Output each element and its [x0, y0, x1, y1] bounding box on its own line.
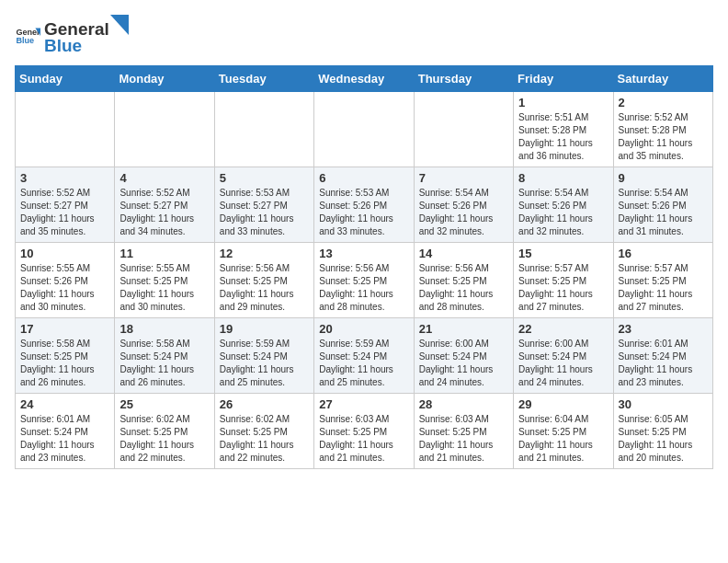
calendar-cell: 16Sunrise: 5:57 AM Sunset: 5:25 PM Dayli…	[613, 243, 712, 318]
day-info: Sunrise: 5:59 AM Sunset: 5:24 PM Dayligh…	[319, 338, 408, 389]
day-info: Sunrise: 6:02 AM Sunset: 5:25 PM Dayligh…	[220, 413, 309, 465]
day-number: 18	[119, 322, 209, 336]
day-info: Sunrise: 5:56 AM Sunset: 5:25 PM Dayligh…	[419, 262, 508, 314]
day-info: Sunrise: 6:05 AM Sunset: 5:25 PM Dayligh…	[619, 413, 708, 465]
day-info: Sunrise: 6:02 AM Sunset: 5:25 PM Dayligh…	[119, 413, 209, 465]
day-number: 1	[518, 96, 608, 109]
day-info: Sunrise: 5:55 AM Sunset: 5:26 PM Dayligh…	[20, 262, 109, 314]
calendar-cell: 15Sunrise: 5:57 AM Sunset: 5:25 PM Dayli…	[514, 243, 613, 318]
header-saturday: Saturday	[613, 66, 712, 92]
svg-text:Blue: Blue	[16, 36, 34, 45]
calendar-cell: 20Sunrise: 5:59 AM Sunset: 5:24 PM Dayli…	[314, 318, 414, 394]
day-number: 30	[619, 397, 708, 411]
calendar-cell: 8Sunrise: 5:54 AM Sunset: 5:26 PM Daylig…	[514, 167, 613, 243]
calendar-cell: 25Sunrise: 6:02 AM Sunset: 5:25 PM Dayli…	[115, 394, 214, 469]
calendar-cell: 6Sunrise: 5:53 AM Sunset: 5:26 PM Daylig…	[314, 167, 414, 243]
day-number: 10	[20, 247, 109, 260]
svg-marker-3	[110, 15, 129, 35]
calendar-cell: 21Sunrise: 6:00 AM Sunset: 5:24 PM Dayli…	[414, 318, 513, 394]
calendar-week-3: 10Sunrise: 5:55 AM Sunset: 5:26 PM Dayli…	[16, 243, 713, 318]
day-number: 3	[20, 171, 109, 185]
day-info: Sunrise: 5:54 AM Sunset: 5:26 PM Dayligh…	[518, 187, 608, 238]
day-info: Sunrise: 5:55 AM Sunset: 5:25 PM Dayligh…	[119, 262, 209, 314]
calendar-header-row: SundayMondayTuesdayWednesdayThursdayFrid…	[16, 66, 713, 92]
day-number: 14	[419, 247, 508, 260]
header-monday: Monday	[115, 66, 214, 92]
day-number: 5	[220, 171, 309, 185]
day-info: Sunrise: 5:52 AM Sunset: 5:27 PM Dayligh…	[119, 187, 209, 238]
day-number: 9	[619, 171, 708, 185]
day-number: 8	[518, 171, 608, 185]
calendar-cell: 10Sunrise: 5:55 AM Sunset: 5:26 PM Dayli…	[16, 243, 115, 318]
calendar-cell: 2Sunrise: 5:52 AM Sunset: 5:28 PM Daylig…	[613, 92, 712, 167]
logo: General Blue General Blue	[15, 15, 129, 56]
calendar-week-2: 3Sunrise: 5:52 AM Sunset: 5:27 PM Daylig…	[16, 167, 713, 243]
calendar-cell: 18Sunrise: 5:58 AM Sunset: 5:24 PM Dayli…	[115, 318, 214, 394]
day-number: 21	[419, 322, 508, 336]
calendar-cell	[16, 92, 115, 167]
day-info: Sunrise: 5:54 AM Sunset: 5:26 PM Dayligh…	[419, 187, 508, 238]
day-number: 4	[119, 171, 209, 185]
day-number: 19	[220, 322, 309, 336]
day-info: Sunrise: 6:03 AM Sunset: 5:25 PM Dayligh…	[319, 413, 408, 465]
calendar-cell: 5Sunrise: 5:53 AM Sunset: 5:27 PM Daylig…	[214, 167, 313, 243]
day-info: Sunrise: 5:51 AM Sunset: 5:28 PM Dayligh…	[518, 111, 608, 163]
calendar-cell	[414, 92, 513, 167]
day-number: 16	[619, 247, 708, 260]
calendar-cell: 3Sunrise: 5:52 AM Sunset: 5:27 PM Daylig…	[16, 167, 115, 243]
calendar-week-5: 24Sunrise: 6:01 AM Sunset: 5:24 PM Dayli…	[16, 394, 713, 469]
day-info: Sunrise: 5:56 AM Sunset: 5:25 PM Dayligh…	[220, 262, 309, 314]
calendar-week-1: 1Sunrise: 5:51 AM Sunset: 5:28 PM Daylig…	[16, 92, 713, 167]
calendar-table: SundayMondayTuesdayWednesdayThursdayFrid…	[15, 65, 713, 469]
day-number: 29	[518, 397, 608, 411]
calendar-cell: 30Sunrise: 6:05 AM Sunset: 5:25 PM Dayli…	[613, 394, 712, 469]
header-tuesday: Tuesday	[214, 66, 313, 92]
calendar-week-4: 17Sunrise: 5:58 AM Sunset: 5:25 PM Dayli…	[16, 318, 713, 394]
calendar-cell: 14Sunrise: 5:56 AM Sunset: 5:25 PM Dayli…	[414, 243, 513, 318]
day-number: 28	[419, 397, 508, 411]
calendar-cell	[314, 92, 414, 167]
day-info: Sunrise: 6:00 AM Sunset: 5:24 PM Dayligh…	[419, 338, 508, 389]
calendar-cell: 11Sunrise: 5:55 AM Sunset: 5:25 PM Dayli…	[115, 243, 214, 318]
day-number: 13	[319, 247, 408, 260]
day-number: 27	[319, 397, 408, 411]
logo-icon: General Blue	[15, 23, 40, 49]
calendar-cell: 4Sunrise: 5:52 AM Sunset: 5:27 PM Daylig…	[115, 167, 214, 243]
day-number: 15	[518, 247, 608, 260]
day-number: 2	[619, 96, 708, 109]
calendar-cell: 1Sunrise: 5:51 AM Sunset: 5:28 PM Daylig…	[514, 92, 613, 167]
day-info: Sunrise: 5:58 AM Sunset: 5:24 PM Dayligh…	[119, 338, 209, 389]
header-thursday: Thursday	[414, 66, 513, 92]
calendar-cell: 13Sunrise: 5:56 AM Sunset: 5:25 PM Dayli…	[314, 243, 414, 318]
day-info: Sunrise: 5:58 AM Sunset: 5:25 PM Dayligh…	[20, 338, 109, 389]
day-info: Sunrise: 6:01 AM Sunset: 5:24 PM Dayligh…	[20, 413, 109, 465]
day-info: Sunrise: 5:52 AM Sunset: 5:27 PM Dayligh…	[20, 187, 109, 238]
calendar-cell	[214, 92, 313, 167]
day-number: 23	[619, 322, 708, 336]
calendar-cell: 22Sunrise: 6:00 AM Sunset: 5:24 PM Dayli…	[514, 318, 613, 394]
day-info: Sunrise: 5:57 AM Sunset: 5:25 PM Dayligh…	[619, 262, 708, 314]
calendar-cell: 7Sunrise: 5:54 AM Sunset: 5:26 PM Daylig…	[414, 167, 513, 243]
calendar-cell: 29Sunrise: 6:04 AM Sunset: 5:25 PM Dayli…	[514, 394, 613, 469]
day-info: Sunrise: 5:59 AM Sunset: 5:24 PM Dayligh…	[220, 338, 309, 389]
calendar-cell: 23Sunrise: 6:01 AM Sunset: 5:24 PM Dayli…	[613, 318, 712, 394]
day-number: 7	[419, 171, 508, 185]
day-number: 12	[220, 247, 309, 260]
day-info: Sunrise: 6:01 AM Sunset: 5:24 PM Dayligh…	[619, 338, 708, 389]
header-friday: Friday	[514, 66, 613, 92]
day-number: 26	[220, 397, 309, 411]
header-wednesday: Wednesday	[314, 66, 414, 92]
page-header: General Blue General Blue	[15, 15, 713, 56]
day-number: 17	[20, 322, 109, 336]
logo-triangle	[110, 15, 129, 35]
day-number: 20	[319, 322, 408, 336]
day-info: Sunrise: 5:52 AM Sunset: 5:28 PM Dayligh…	[619, 111, 708, 163]
calendar-cell: 28Sunrise: 6:03 AM Sunset: 5:25 PM Dayli…	[414, 394, 513, 469]
day-info: Sunrise: 6:00 AM Sunset: 5:24 PM Dayligh…	[518, 338, 608, 389]
calendar-cell: 12Sunrise: 5:56 AM Sunset: 5:25 PM Dayli…	[214, 243, 313, 318]
day-info: Sunrise: 6:04 AM Sunset: 5:25 PM Dayligh…	[518, 413, 608, 465]
calendar-cell: 26Sunrise: 6:02 AM Sunset: 5:25 PM Dayli…	[214, 394, 313, 469]
calendar-cell	[115, 92, 214, 167]
header-sunday: Sunday	[16, 66, 115, 92]
day-info: Sunrise: 5:53 AM Sunset: 5:27 PM Dayligh…	[220, 187, 309, 238]
